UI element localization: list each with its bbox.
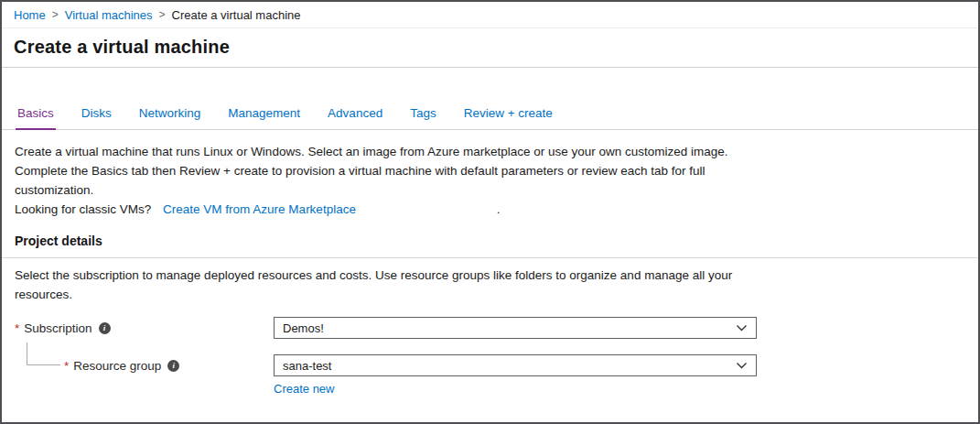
tab-bar: Basics Disks Networking Management Advan… bbox=[2, 106, 978, 130]
chevron-down-icon bbox=[736, 324, 748, 332]
intro-line-2: Complete the Basics tab then Review + cr… bbox=[15, 161, 747, 200]
breadcrumb: Home > Virtual machines > Create a virtu… bbox=[2, 2, 978, 28]
chevron-down-icon bbox=[736, 362, 748, 370]
create-new-resource-group-link[interactable]: Create new bbox=[274, 382, 334, 396]
breadcrumb-separator: > bbox=[52, 8, 59, 21]
resource-group-dropdown-value: sana-test bbox=[283, 359, 331, 373]
create-vm-marketplace-link[interactable]: Create VM from Azure Marketplace bbox=[163, 202, 356, 216]
required-asterisk: * bbox=[64, 359, 69, 373]
breadcrumb-current-page: Create a virtual machine bbox=[172, 8, 301, 22]
required-asterisk: * bbox=[15, 321, 19, 335]
resource-group-label: Resource group bbox=[73, 359, 161, 373]
subscription-info-icon[interactable]: i bbox=[99, 322, 111, 334]
create-new-row: Create new bbox=[15, 380, 965, 397]
tab-advanced[interactable]: Advanced bbox=[326, 106, 384, 129]
project-details-heading: Project details bbox=[15, 234, 965, 257]
project-details-description: Select the subscription to manage deploy… bbox=[15, 266, 747, 304]
title-bar: Create a virtual machine bbox=[2, 28, 978, 68]
intro-line-1: Create a virtual machine that runs Linux… bbox=[15, 142, 747, 161]
breadcrumb-separator: > bbox=[159, 8, 166, 21]
tab-basics[interactable]: Basics bbox=[16, 106, 56, 130]
subscription-label: Subscription bbox=[24, 321, 92, 335]
subscription-dropdown[interactable]: Demos! bbox=[274, 317, 757, 339]
resource-group-dropdown[interactable]: sana-test bbox=[274, 354, 757, 376]
classic-vms-prompt: Looking for classic VMs? bbox=[15, 202, 151, 216]
resource-group-info-icon[interactable]: i bbox=[167, 360, 179, 372]
project-details-form: * Subscription i Demos! * Resource group bbox=[15, 317, 965, 397]
tab-disks[interactable]: Disks bbox=[80, 106, 113, 129]
breadcrumb-home-link[interactable]: Home bbox=[14, 8, 46, 22]
page-title: Create a virtual machine bbox=[14, 37, 966, 58]
breadcrumb-virtual-machines-link[interactable]: Virtual machines bbox=[65, 8, 153, 22]
subscription-label-group: * Subscription i bbox=[15, 321, 274, 335]
tree-connector bbox=[27, 342, 60, 365]
classic-vms-suffix: . bbox=[497, 202, 501, 216]
create-vm-page: Home > Virtual machines > Create a virtu… bbox=[0, 0, 980, 424]
tab-tags[interactable]: Tags bbox=[408, 106, 438, 129]
intro-line-3: Looking for classic VMs? Create VM from … bbox=[15, 200, 747, 219]
tab-review-create[interactable]: Review + create bbox=[462, 106, 555, 129]
project-details-section: Select the subscription to manage deploy… bbox=[2, 266, 978, 397]
subscription-dropdown-value: Demos! bbox=[283, 321, 324, 335]
resource-group-row: * Resource group i sana-test bbox=[15, 354, 965, 376]
intro-text: Create a virtual machine that runs Linux… bbox=[15, 142, 747, 219]
subscription-row: * Subscription i Demos! bbox=[15, 317, 965, 339]
tab-networking[interactable]: Networking bbox=[137, 106, 203, 129]
tab-management[interactable]: Management bbox=[226, 106, 302, 129]
tab-content: Create a virtual machine that runs Linux… bbox=[2, 142, 978, 257]
section-divider bbox=[2, 257, 978, 258]
